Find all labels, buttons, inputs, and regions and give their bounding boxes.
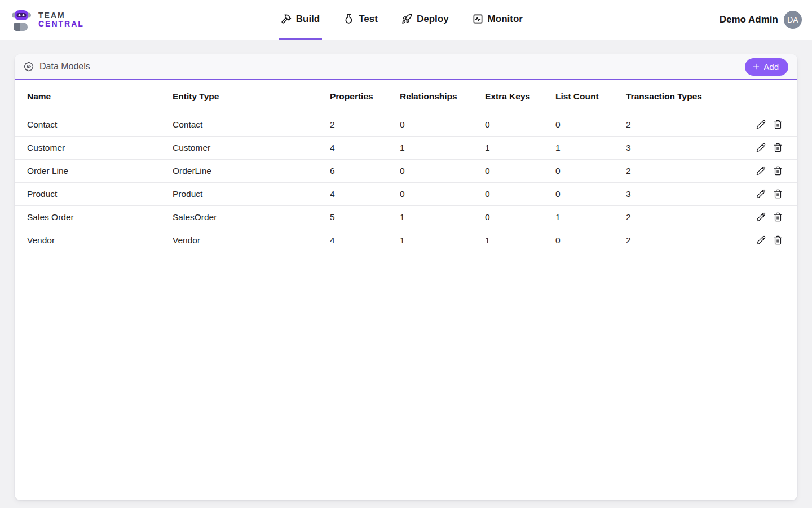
column-header-transaction-types: Transaction Types — [626, 80, 732, 113]
cell-extra-keys: 0 — [485, 182, 555, 205]
cell-relationships: 0 — [400, 159, 485, 182]
cell-properties: 6 — [330, 159, 400, 182]
panel-title: Data Models — [39, 62, 90, 72]
tab-deploy-label: Deploy — [417, 14, 449, 25]
user-menu[interactable]: Demo Admin DA — [720, 0, 802, 40]
cell-extra-keys: 0 — [485, 159, 555, 182]
delete-button[interactable] — [772, 211, 784, 223]
brand-name: TEAM CENTRAL — [38, 11, 84, 28]
tab-monitor-label: Monitor — [488, 14, 523, 25]
cell-actions — [732, 205, 797, 229]
delete-button[interactable] — [772, 165, 784, 177]
user-name: Demo Admin — [720, 14, 778, 25]
delete-button[interactable] — [772, 188, 784, 200]
tab-test[interactable]: Test — [341, 0, 380, 40]
add-button-label: Add — [764, 62, 779, 72]
tab-deploy[interactable]: Deploy — [399, 0, 451, 40]
brand-name-line1: TEAM — [38, 11, 84, 20]
column-header-extra-keys: Extra Keys — [485, 80, 555, 113]
tab-build[interactable]: Build — [279, 0, 323, 40]
cell-entity-type: Contact — [173, 113, 330, 136]
tab-monitor[interactable]: Monitor — [470, 0, 525, 40]
edit-button[interactable] — [755, 119, 767, 130]
column-header-properties: Properties — [330, 80, 400, 113]
rocket-icon — [401, 14, 412, 24]
brand-name-line2: CENTRAL — [38, 20, 84, 28]
cell-transaction-types: 3 — [626, 182, 732, 205]
primary-tabs: Build Test Deploy Monitor — [279, 0, 525, 40]
trash-icon — [773, 120, 783, 129]
edit-button[interactable] — [755, 211, 767, 223]
cell-transaction-types: 2 — [626, 229, 732, 252]
cell-relationships: 1 — [400, 136, 485, 159]
cell-entity-type: OrderLine — [173, 159, 330, 182]
pencil-icon — [756, 166, 766, 176]
cell-transaction-types: 2 — [626, 205, 732, 229]
cell-relationships: 1 — [400, 205, 485, 229]
cell-list-count: 0 — [555, 159, 626, 182]
cell-list-count: 1 — [555, 136, 626, 159]
table-header-row: Name Entity Type Properties Relationship… — [15, 80, 797, 113]
column-header-name: Name — [15, 80, 173, 113]
avatar: DA — [784, 11, 802, 29]
cell-extra-keys: 1 — [485, 136, 555, 159]
cell-list-count: 0 — [555, 182, 626, 205]
cell-properties: 2 — [330, 113, 400, 136]
tab-build-label: Build — [296, 14, 320, 25]
cell-actions — [732, 136, 797, 159]
plus-icon — [752, 63, 760, 71]
data-models-panel: Data Models Add Name Entity Type Propert… — [15, 54, 797, 500]
cell-extra-keys: 1 — [485, 229, 555, 252]
panel-header: Data Models Add — [15, 54, 797, 80]
column-header-relationships: Relationships — [400, 80, 485, 113]
hammer-icon — [281, 14, 292, 24]
table-row: ContactContact20002 — [15, 113, 797, 136]
edit-button[interactable] — [755, 142, 767, 154]
cell-actions — [732, 159, 797, 182]
monitor-icon — [473, 14, 483, 24]
trash-icon — [773, 189, 783, 199]
trash-icon — [773, 143, 783, 152]
cell-name: Contact — [15, 113, 173, 136]
column-header-actions — [732, 80, 797, 113]
cell-actions — [732, 182, 797, 205]
cell-transaction-types: 2 — [626, 159, 732, 182]
trash-icon — [773, 235, 783, 245]
cell-name: Vendor — [15, 229, 173, 252]
cell-extra-keys: 0 — [485, 113, 555, 136]
cell-extra-keys: 0 — [485, 205, 555, 229]
cell-entity-type: SalesOrder — [173, 205, 330, 229]
cell-list-count: 1 — [555, 205, 626, 229]
cell-name: Order Line — [15, 159, 173, 182]
delete-button[interactable] — [772, 142, 784, 154]
cell-name: Product — [15, 182, 173, 205]
brand[interactable]: TEAM CENTRAL — [10, 0, 84, 40]
edit-button[interactable] — [755, 188, 767, 200]
table-row: CustomerCustomer41113 — [15, 136, 797, 159]
cell-transaction-types: 2 — [626, 113, 732, 136]
pencil-icon — [756, 120, 766, 129]
pencil-icon — [756, 143, 766, 152]
cell-properties: 4 — [330, 182, 400, 205]
top-nav: TEAM CENTRAL Build Test — [0, 0, 812, 40]
table-row: Sales OrderSalesOrder51012 — [15, 205, 797, 229]
delete-button[interactable] — [772, 234, 784, 246]
delete-button[interactable] — [772, 119, 784, 130]
edit-button[interactable] — [755, 165, 767, 177]
cell-actions — [732, 113, 797, 136]
data-models-table: Name Entity Type Properties Relationship… — [15, 80, 797, 252]
cell-list-count: 0 — [555, 113, 626, 136]
cell-entity-type: Customer — [173, 136, 330, 159]
add-button[interactable]: Add — [745, 58, 788, 76]
cell-relationships: 0 — [400, 113, 485, 136]
cell-list-count: 0 — [555, 229, 626, 252]
tab-test-label: Test — [359, 14, 378, 25]
teamcentral-logo-icon — [10, 8, 33, 32]
table-row: Order LineOrderLine60002 — [15, 159, 797, 182]
cell-entity-type: Product — [173, 182, 330, 205]
edit-button[interactable] — [755, 234, 767, 246]
column-header-entity-type: Entity Type — [173, 80, 330, 113]
cell-relationships: 1 — [400, 229, 485, 252]
trash-icon — [773, 212, 783, 222]
cell-relationships: 0 — [400, 182, 485, 205]
